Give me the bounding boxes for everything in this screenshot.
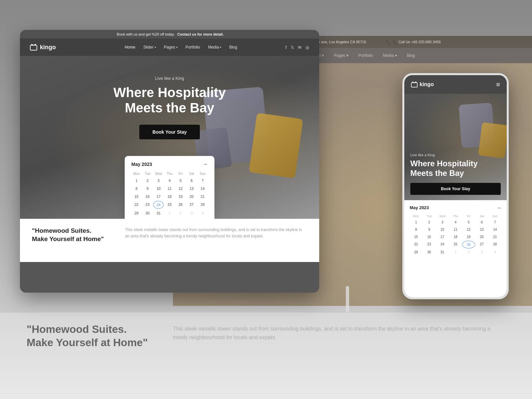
- cal-day-6[interactable]: 6: [187, 177, 197, 184]
- cal-day-31[interactable]: 31: [153, 209, 164, 217]
- cal-day-25[interactable]: 25: [164, 201, 175, 209]
- tcal-23[interactable]: 23: [423, 241, 436, 248]
- tcal-28[interactable]: 28: [488, 241, 501, 248]
- tcal-12[interactable]: 12: [462, 226, 475, 233]
- cal-day-next-2[interactable]: 2: [176, 209, 186, 217]
- tcal-24[interactable]: 24: [436, 241, 449, 248]
- tcal-29[interactable]: 29: [410, 249, 423, 256]
- cal-day-5[interactable]: 5: [176, 177, 186, 184]
- tcal-next-1[interactable]: 1: [449, 249, 462, 256]
- cal-day-23[interactable]: 23: [142, 201, 153, 209]
- cal-day-19[interactable]: 19: [176, 193, 186, 200]
- cal-day-20[interactable]: 20: [187, 193, 197, 200]
- cal-day-next-1[interactable]: 1: [164, 209, 175, 217]
- tcal-13[interactable]: 13: [475, 226, 488, 233]
- book-stay-button[interactable]: Book Your Stay: [139, 125, 200, 139]
- cal-day-2[interactable]: 2: [142, 177, 153, 184]
- tcal-2[interactable]: 2: [423, 219, 436, 226]
- cal-day-10[interactable]: 10: [153, 185, 164, 192]
- hamburger-menu[interactable]: ≡: [496, 81, 500, 88]
- tcal-6[interactable]: 6: [475, 219, 488, 226]
- cal-day-30[interactable]: 30: [142, 209, 153, 217]
- cal-day-15[interactable]: 15: [131, 193, 142, 200]
- desktop-nav-social: f 𝕏 ✉ ◎: [285, 45, 309, 50]
- nav-home[interactable]: Home: [121, 43, 139, 52]
- cal-day-13[interactable]: 13: [187, 185, 197, 192]
- nav-media[interactable]: Media ▾: [205, 43, 225, 52]
- tcal-next-2[interactable]: 2: [462, 249, 475, 256]
- cal-day-next-3[interactable]: 3: [187, 209, 197, 217]
- nav-blog[interactable]: Blog: [226, 43, 240, 52]
- tcal-16[interactable]: 16: [423, 233, 436, 240]
- cal-day-27[interactable]: 27: [187, 201, 197, 209]
- nav-pages[interactable]: Pages ▾: [161, 43, 181, 52]
- tcal-7[interactable]: 7: [488, 219, 501, 226]
- tcal-5[interactable]: 5: [462, 219, 475, 226]
- cal-header-sat: Sat: [187, 171, 197, 176]
- tcal-20[interactable]: 20: [475, 233, 488, 240]
- tcal-30[interactable]: 30: [423, 249, 436, 256]
- cal-day-8[interactable]: 8: [131, 185, 142, 192]
- tcal-10[interactable]: 10: [436, 226, 449, 233]
- email-icon[interactable]: ✉: [298, 45, 302, 50]
- cal-day-3[interactable]: 3: [153, 177, 164, 184]
- cal-day-7[interactable]: 7: [198, 177, 208, 184]
- tablet-book-button[interactable]: Book Your Stay: [410, 183, 501, 195]
- cal-day-17[interactable]: 17: [153, 193, 164, 200]
- tcal-25[interactable]: 25: [449, 241, 462, 248]
- cal-day-4[interactable]: 4: [164, 177, 175, 184]
- cal-header-tue: Tue: [142, 171, 153, 176]
- tcal-26[interactable]: 26: [462, 241, 475, 248]
- tcal-next-4[interactable]: 4: [488, 249, 501, 256]
- cal-day-11[interactable]: 11: [164, 185, 175, 192]
- desktop-logo[interactable]: kingo: [30, 44, 76, 51]
- tcal-1[interactable]: 1: [410, 219, 423, 226]
- tcal-14[interactable]: 14: [488, 226, 501, 233]
- instagram-icon[interactable]: ◎: [306, 45, 309, 50]
- tcal-header-sun: Sun: [488, 214, 501, 218]
- tcal-17[interactable]: 17: [436, 233, 449, 240]
- bg-nav-portfolio: Portfolio: [358, 53, 373, 58]
- cal-day-22[interactable]: 22: [131, 201, 142, 209]
- desktop-card-scroll-indicator: [346, 286, 349, 313]
- tcal-15[interactable]: 15: [410, 233, 423, 240]
- cal-day-next-4[interactable]: 4: [198, 209, 208, 217]
- tcal-18[interactable]: 18: [449, 233, 462, 240]
- cal-next-arrow[interactable]: →: [202, 161, 208, 167]
- nav-slider[interactable]: Slider ▾: [140, 43, 159, 52]
- cal-day-1[interactable]: 1: [131, 177, 142, 184]
- tcal-27[interactable]: 27: [475, 241, 488, 248]
- cal-day-9[interactable]: 9: [142, 185, 153, 192]
- bg-nav-media: Media ▾: [383, 53, 397, 58]
- tcal-next-arrow[interactable]: →: [496, 205, 501, 210]
- topbar-contact-link[interactable]: Contact us for more detail.: [178, 32, 224, 36]
- cal-day-21[interactable]: 21: [198, 193, 208, 200]
- twitter-icon[interactable]: 𝕏: [291, 45, 294, 50]
- facebook-icon[interactable]: f: [285, 45, 287, 50]
- cal-day-26[interactable]: 26: [176, 201, 186, 209]
- tcal-month: May 2023: [410, 205, 429, 210]
- tcal-22[interactable]: 22: [410, 241, 423, 248]
- tcal-31[interactable]: 31: [436, 249, 449, 256]
- tcal-9[interactable]: 9: [423, 226, 436, 233]
- nav-portfolio[interactable]: Portfolio: [182, 43, 203, 52]
- cal-day-28[interactable]: 28: [198, 201, 208, 209]
- logo-text: kingo: [40, 44, 56, 51]
- topbar-promo-text: Book with us and get %20 off today.: [117, 32, 175, 36]
- tcal-4[interactable]: 4: [449, 219, 462, 226]
- cal-day-16[interactable]: 16: [142, 193, 153, 200]
- cal-month: May 2023: [131, 162, 152, 167]
- cal-day-12[interactable]: 12: [176, 185, 186, 192]
- cal-day-24[interactable]: 24: [153, 201, 164, 209]
- tcal-21[interactable]: 21: [488, 233, 501, 240]
- tcal-19[interactable]: 19: [462, 233, 475, 240]
- cal-day-29[interactable]: 29: [131, 209, 142, 217]
- cal-day-14[interactable]: 14: [198, 185, 208, 192]
- cal-day-18[interactable]: 18: [164, 193, 175, 200]
- tcal-11[interactable]: 11: [449, 226, 462, 233]
- tcal-8[interactable]: 8: [410, 226, 423, 233]
- tablet-hero: Live like a King Where Hospitality Meets…: [404, 94, 507, 200]
- tcal-next-3[interactable]: 3: [475, 249, 488, 256]
- tablet-logo[interactable]: kingo: [411, 81, 434, 87]
- tcal-3[interactable]: 3: [436, 219, 449, 226]
